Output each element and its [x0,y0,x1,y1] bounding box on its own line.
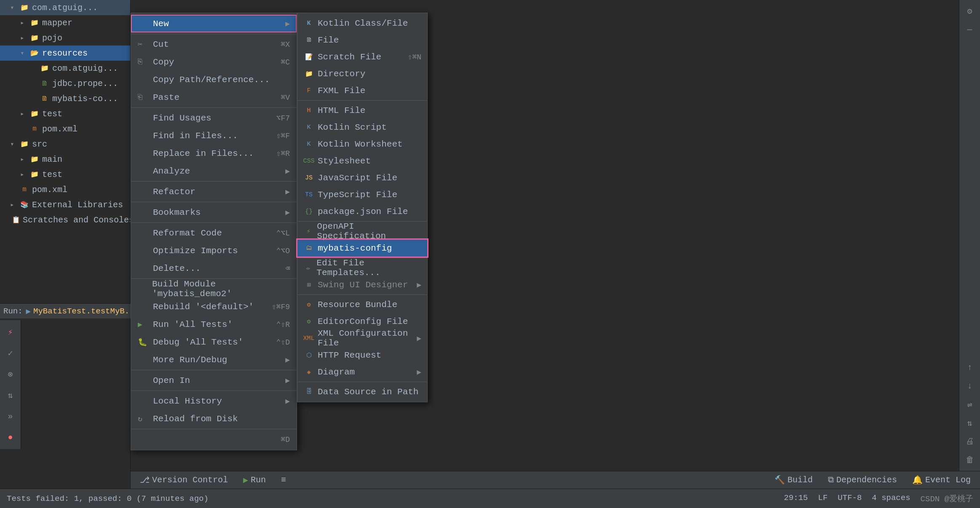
menu-item-run-tests[interactable]: ▶ Run 'All Tests' ⌃⇧R [131,315,297,333]
menu-item-paste[interactable]: ⎗ Paste ⌘V [131,88,297,106]
submenu-edit-templates[interactable]: ✏ Edit File Templates... [297,259,427,276]
sidebar-item-pojo[interactable]: ▸ 📁 pojo [0,30,130,45]
reformat-shortcut: ⌃⌥L [276,228,290,238]
submenu-swing[interactable]: ⊞ Swing UI Designer ▶ [297,276,427,293]
sort-vtab[interactable]: ⇅ [3,388,18,403]
tab-event-log[interactable]: 🔔 Event Log [906,473,977,487]
submenu-editorconfig[interactable]: ⚙ EditorConfig File [297,313,427,330]
folder-icon: 📁 [29,109,40,119]
menu-item-open-in[interactable]: Open In ▶ [131,372,297,389]
menu-item-bookmarks[interactable]: Bookmarks ▶ [131,203,297,221]
menu-item-compare[interactable]: ⌘D [131,430,297,448]
menu-item-build-module[interactable]: Build Module 'mybatis_demo2' [131,280,297,298]
error-vtab[interactable]: ● [3,430,18,445]
sidebar-item-main[interactable]: ▸ 📁 main [0,152,130,167]
sidebar-item-pom2[interactable]: m pom.xml [0,182,130,197]
align-icon[interactable]: ⇌ [962,397,977,412]
tab-dependencies[interactable]: ⧉ Dependencies [822,473,903,487]
submenu-ts[interactable]: TS TypeScript File [297,186,427,203]
menu-item-copy-path[interactable]: Copy Path/Reference... [131,71,297,88]
status-position: 29:15 [784,493,808,504]
tab-run[interactable]: ▶ Run [237,473,272,487]
sidebar-item-mybatis-config[interactable]: 🗎 mybatis-co... [0,91,130,106]
minimize-icon[interactable]: — [962,22,977,37]
submenu-js[interactable]: JS JavaScript File [297,169,427,186]
resources-folder-icon: 📂 [29,48,40,58]
html-icon: H [303,105,314,116]
submenu-resource-bundle[interactable]: ⚙ Resource Bundle [297,296,427,313]
cancel-vtab[interactable]: ⊗ [3,366,18,382]
submenu-mybatis-config[interactable]: 🗂 mybatis-config [297,240,427,257]
sidebar-item-test2[interactable]: ▸ 📁 test [0,167,130,182]
submenu-kotlin-worksheet[interactable]: K Kotlin Worksheet [297,136,427,152]
submenu-item-label: EditorConfig File [318,317,408,326]
menu-item-replace-files[interactable]: Replace in Files... ⇧⌘R [131,144,297,162]
submenu-diagram[interactable]: ◈ Diagram ▶ [297,364,427,380]
sidebar-item-scratches[interactable]: 📋 Scratches and Consoles [0,212,130,227]
run-output-vtab[interactable]: ⚡ [3,324,18,340]
sort-icon[interactable]: ⇅ [962,415,977,430]
submenu-data-source[interactable]: 🗄 Data Source in Path [297,383,427,400]
submenu-file[interactable]: 🗎 File [297,32,427,48]
trash-icon[interactable]: 🗑 [962,452,977,468]
submenu-sep5 [297,382,427,382]
menu-sep5 [131,222,297,223]
more-vtab[interactable]: » [3,409,18,424]
scroll-up-icon[interactable]: ↑ [962,360,977,375]
expand-arrow: ▸ [20,170,28,179]
menu-item-analyze[interactable]: Analyze ▶ [131,162,297,180]
run-icon: ▶ [26,306,31,316]
submenu-html[interactable]: H HTML File [297,102,427,119]
sidebar-item-jdbc-props[interactable]: 🗎 jdbc.prope... [0,76,130,91]
submenu-item-label: Kotlin Script [318,123,387,132]
sidebar-item-resources[interactable]: ▾ 📂 resources [0,45,130,61]
sidebar-item-label: pom.xml [42,124,78,134]
menu-item-delete[interactable]: Delete... ⌫ [131,259,297,277]
menu-item-find-usages[interactable]: Find Usages ⌥F7 [131,109,297,127]
optimize-shortcut: ⌃⌥O [276,246,290,255]
menu-item-reformat[interactable]: Reformat Code ⌃⌥L [131,224,297,242]
submenu-kotlin-class[interactable]: K Kotlin Class/File [297,15,427,32]
sidebar-item-com-atguig2[interactable]: 📁 com.atguig... [0,61,130,76]
menu-item-copy[interactable]: ⎘ Copy ⌘C [131,53,297,71]
menu-item-local-history[interactable]: Local History ▶ [131,392,297,410]
gear-icon[interactable]: ⚙ [962,3,977,19]
status-line-sep: LF [818,493,828,504]
submenu-stylesheet[interactable]: CSS Stylesheet [297,152,427,169]
tab-build[interactable]: 🔨 Build [768,473,819,487]
folder-icon: 📁 [29,169,40,179]
paste-icon: ⎗ [138,93,150,102]
menu-item-rebuild[interactable]: Rebuild '<default>' ⇧⌘F9 [131,298,297,315]
tab-label: Event Log [925,475,971,485]
sidebar-item-label: com.atguig... [52,64,118,73]
menu-item-debug-tests[interactable]: 🐛 Debug 'All Tests' ⌃⇧D [131,333,297,351]
menu-item-cut[interactable]: ✂ Cut ⌘X [131,35,297,53]
tab-version-control[interactable]: ⎇ Version Control [134,473,234,487]
tab-menu[interactable]: ≡ [275,473,292,487]
submenu-item-label: Data Source in Path [318,387,418,397]
submenu-xml-config[interactable]: XML XML Configuration File ▶ [297,330,427,347]
sidebar-item-mapper[interactable]: ▸ 📁 mapper [0,15,130,30]
check-vtab[interactable]: ✓ [3,345,18,361]
sidebar-item-pom1[interactable]: m pom.xml [0,121,130,136]
submenu-pkg[interactable]: {} package.json File [297,203,427,220]
submenu-fxml[interactable]: F FXML File [297,82,427,99]
sidebar-item-test[interactable]: ▸ 📁 test [0,106,130,121]
submenu-http-request[interactable]: ⬡ HTTP Request [297,347,427,364]
menu-item-reload[interactable]: ↻ Reload from Disk [131,410,297,428]
menu-item-new[interactable]: New ▶ [131,15,297,32]
menu-item-more-run[interactable]: More Run/Debug ▶ [131,351,297,369]
folder-icon: 📁 [29,154,40,164]
scroll-down-icon[interactable]: ↓ [962,378,977,393]
menu-item-optimize[interactable]: Optimize Imports ⌃⌥O [131,242,297,259]
sidebar-item-com-atguig[interactable]: ▾ 📁 com.atguig... [0,0,130,15]
menu-item-refactor[interactable]: Refactor ▶ [131,183,297,201]
submenu-kotlin-script[interactable]: K Kotlin Script [297,119,427,136]
print-icon[interactable]: 🖨 [962,434,977,449]
sidebar-item-ext-libs[interactable]: ▸ 📚 External Libraries [0,197,130,212]
submenu-scratch-file[interactable]: 📝 Scratch File ⇧⌘N [297,48,427,65]
sidebar-item-src[interactable]: ▾ 📁 src [0,136,130,152]
submenu-directory[interactable]: 📁 Directory [297,65,427,82]
submenu-openapi[interactable]: ⚡ OpenAPI Specification [297,223,427,240]
menu-item-find-files[interactable]: Find in Files... ⇧⌘F [131,127,297,144]
